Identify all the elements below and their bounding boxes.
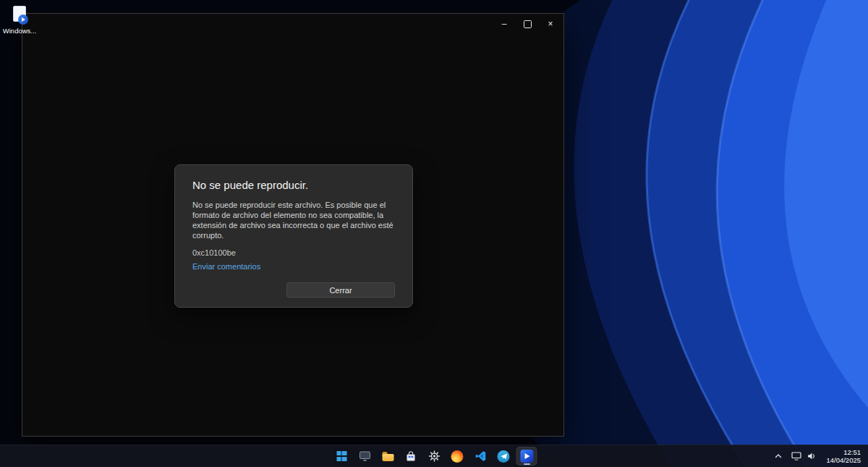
desktop-shortcut-media-player[interactable]: Windows... — [2, 6, 37, 35]
playback-error-dialog: No se puede reproducir. No se puede repr… — [174, 164, 413, 308]
minimize-icon: – — [502, 19, 507, 29]
display-icon — [791, 452, 801, 460]
tray-time: 12:51 — [826, 448, 861, 456]
taskbar-item-firefox[interactable] — [447, 447, 468, 466]
taskbar-item-settings[interactable] — [424, 447, 445, 466]
taskbar: 12:51 14/04/2025 — [0, 445, 868, 467]
taskbar-item-microsoft-store[interactable] — [401, 447, 422, 466]
shortcut-label: Windows... — [3, 27, 36, 35]
tray-show-hidden-icons[interactable] — [770, 447, 786, 466]
dialog-close-button[interactable]: Cerrar — [286, 282, 395, 298]
close-button[interactable]: × — [539, 15, 562, 33]
monitor-icon — [359, 451, 370, 461]
tray-clock[interactable]: 12:51 14/04/2025 — [822, 448, 865, 464]
media-player-window: – × No se puede reproducir. No se puede … — [22, 13, 564, 437]
close-icon: × — [548, 19, 553, 29]
maximize-icon — [524, 20, 532, 28]
dialog-title: No se puede reproducir. — [192, 179, 395, 191]
active-app-indicator — [524, 463, 530, 465]
window-titlebar[interactable]: – × — [22, 14, 563, 34]
taskbar-center-icons — [331, 447, 537, 466]
volume-icon — [807, 451, 817, 461]
chevron-up-icon — [774, 452, 783, 460]
error-code: 0xc10100be — [192, 248, 395, 257]
vscode-icon — [475, 450, 486, 462]
gear-icon — [428, 450, 440, 462]
maximize-button[interactable] — [516, 15, 539, 33]
telegram-icon — [498, 450, 510, 463]
dialog-footer: Cerrar — [192, 282, 395, 298]
media-player-shortcut-icon — [10, 6, 29, 25]
store-bag-icon — [406, 451, 417, 462]
dialog-message: No se puede reproducir este archivo. Es … — [192, 200, 395, 240]
system-tray: 12:51 14/04/2025 — [770, 447, 865, 466]
windows-start-icon — [336, 451, 346, 461]
window-controls: – × — [493, 15, 562, 33]
tray-network-volume[interactable] — [788, 447, 820, 466]
taskbar-item-task-view[interactable] — [354, 447, 375, 466]
media-player-icon — [520, 450, 533, 463]
taskbar-item-start[interactable] — [331, 447, 352, 466]
taskbar-item-telegram[interactable] — [493, 447, 514, 466]
send-feedback-link[interactable]: Enviar comentarios — [192, 262, 260, 271]
folder-icon — [382, 452, 393, 461]
taskbar-item-vscode[interactable] — [470, 447, 491, 466]
tray-date: 14/04/2025 — [826, 456, 861, 464]
minimize-button[interactable]: – — [493, 15, 516, 33]
taskbar-item-media-player-active[interactable] — [516, 447, 537, 466]
taskbar-item-file-explorer[interactable] — [378, 447, 399, 466]
firefox-icon — [451, 450, 464, 463]
play-badge-icon — [18, 14, 28, 25]
